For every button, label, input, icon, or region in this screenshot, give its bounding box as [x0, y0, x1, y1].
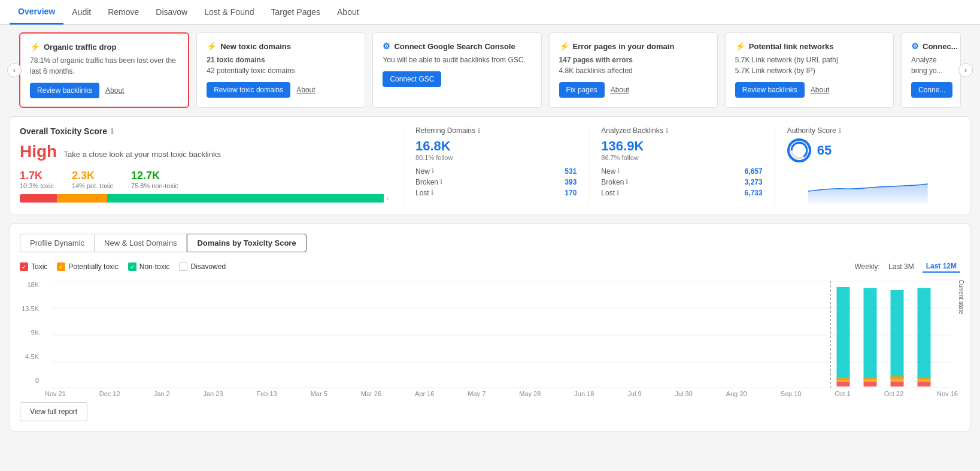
about-link-4[interactable]: About — [611, 86, 629, 94]
card-actions-2: Review toxic domains About — [207, 82, 355, 98]
metric-row-rd-broken: Broken ℹ 393 — [415, 178, 577, 186]
nav-item-disavow[interactable]: Disavow — [147, 0, 196, 25]
connect-extra-button[interactable]: Conne... — [911, 82, 952, 98]
review-backlinks-button[interactable]: Review backlinks — [30, 83, 99, 98]
last-3m-btn[interactable]: Last 3M — [885, 261, 918, 272]
card-body-5: 5.7K Link network (by URL path) 5.7K Lin… — [735, 55, 884, 76]
legend-disavowed[interactable]: Disavowed — [179, 262, 226, 271]
checkbox-disavowed[interactable] — [179, 262, 187, 271]
metric-sub-rd: 80.1% follow — [415, 154, 577, 161]
card-body-2: 21 toxic domains 42 potentially toxic do… — [207, 55, 355, 76]
metrics-right: Referring Domains ℹ 16.8K 80.1% follow N… — [403, 126, 960, 205]
x-label-9: May 28 — [519, 390, 541, 397]
metric-row-ab-broken: Broken ℹ 3,273 — [601, 178, 762, 186]
card-actions-6: Conne... — [911, 82, 951, 98]
alert-icon-4: ⚡ — [559, 41, 569, 51]
card-title-3: ⚙ Connect Google Search Console — [383, 41, 531, 51]
card-title-6: ⚙ Connec... — [911, 41, 951, 51]
card-body-3: You will be able to audit backlinks from… — [383, 55, 531, 65]
metric-authority-score: Authority Score ℹ 65 — [775, 126, 960, 205]
metric-title-as: Authority Score ℹ — [787, 126, 948, 135]
nav-item-target-pages[interactable]: Target Pages — [263, 0, 329, 25]
checkbox-toxic[interactable]: ✓ — [20, 262, 28, 271]
y-label-45k: 4.5K — [20, 353, 39, 360]
tab-profile-dynamic[interactable]: Profile Dynamic — [20, 234, 95, 252]
review-backlinks-button-5[interactable]: Review backlinks — [735, 82, 805, 98]
card-organic-traffic: ⚡ Organic traffic drop 78.1% of organic … — [19, 32, 189, 108]
x-label-6: Mar 26 — [361, 390, 381, 397]
x-axis: Nov 21 Dec 12 Jan 2 Jan 23 Feb 13 Mar 5 … — [43, 390, 960, 397]
card-title: ⚡ Organic traffic drop — [30, 42, 178, 52]
current-state-label: Current state — [958, 280, 965, 315]
x-label-13: Aug 20 — [726, 390, 747, 397]
legend-toxic[interactable]: ✓ Toxic — [20, 262, 47, 271]
metric-row-ab-new: New ℹ 6,657 — [601, 167, 762, 176]
tabs-section: Profile Dynamic New & Lost Domains Domai… — [10, 224, 970, 431]
info-icon-ab-broken[interactable]: ℹ — [626, 178, 628, 186]
info-icon-as[interactable]: ℹ — [839, 127, 841, 135]
info-icon-toxicity[interactable]: ℹ — [111, 127, 114, 135]
nav-item-audit[interactable]: Audit — [63, 0, 99, 25]
checkbox-non-toxic[interactable]: ✓ — [128, 262, 136, 271]
about-link-2[interactable]: About — [296, 86, 315, 94]
info-icon-ab[interactable]: ℹ — [666, 127, 668, 135]
metric-analyzed-backlinks: Analyzed Backlinks ℹ 136.9K 86.7% follow… — [589, 126, 775, 205]
settings-icon-6: ⚙ — [911, 41, 919, 51]
card-body: 78.1% of organic traffic has been lost o… — [30, 55, 178, 77]
info-icon-rd[interactable]: ℹ — [478, 127, 480, 135]
metric-main-ab: 136.9K — [601, 138, 762, 154]
info-icon-rd-new[interactable]: ℹ — [432, 167, 434, 176]
about-link-5[interactable]: About — [811, 86, 829, 94]
authority-circle-svg — [790, 138, 809, 162]
card-body-6: Analyze bring yo... — [911, 55, 951, 76]
info-icon-ab-new[interactable]: ℹ — [617, 167, 620, 176]
card-title-5: ⚡ Potential link networks — [735, 41, 884, 51]
chart-wrapper: 18K 13.5K 9K 4.5K 0 — [20, 281, 960, 397]
y-label-135k: 13.5K — [20, 305, 39, 312]
main-nav: Overview Audit Remove Disavow Lost & Fou… — [0, 0, 980, 25]
info-icon-rd-broken[interactable]: ℹ — [440, 178, 442, 186]
bar-red-oct22 — [837, 382, 850, 387]
legend-non-toxic[interactable]: ✓ Non-toxic — [128, 262, 170, 271]
info-icon-ab-lost[interactable]: ℹ — [617, 189, 619, 197]
bar-arrow: › — [384, 194, 391, 203]
info-icon-rd-lost[interactable]: ℹ — [431, 189, 433, 197]
connect-gsc-button[interactable]: Connect GSC — [383, 71, 441, 87]
metric-title-ab: Analyzed Backlinks ℹ — [601, 126, 762, 135]
cards-nav-right[interactable]: › — [958, 63, 973, 77]
toxicity-bar: › — [20, 194, 391, 203]
card-new-toxic-domains: ⚡ New toxic domains 21 toxic domains 42 … — [196, 32, 365, 108]
card-actions-4: Fix pages About — [559, 82, 708, 98]
tab-new-lost-domains[interactable]: New & Lost Domains — [95, 234, 187, 252]
card-connect-extra: ⚙ Connec... Analyze bring yo... Conne... — [901, 32, 961, 108]
bar-orange-nov16 — [918, 377, 931, 382]
tab-domains-toxicity[interactable]: Domains by Toxicity Score — [187, 234, 306, 252]
bar-orange-oct29 — [864, 377, 877, 382]
chart-area: Nov 21 Dec 12 Jan 2 Jan 23 Feb 13 Mar 5 … — [43, 281, 960, 397]
authority-sparkline — [787, 167, 948, 203]
bar-red — [20, 194, 57, 203]
review-toxic-domains-button[interactable]: Review toxic domains — [207, 82, 290, 98]
nav-item-overview[interactable]: Overview — [10, 0, 63, 25]
cards-container: ‹ ⚡ Organic traffic drop 78.1% of organi… — [10, 32, 970, 108]
bar-orange — [57, 194, 107, 203]
toxicity-left: Overall Toxicity Score ℹ High Take a clo… — [20, 126, 403, 205]
nav-item-lost-found[interactable]: Lost & Found — [196, 0, 262, 25]
nav-item-about[interactable]: About — [329, 0, 368, 25]
x-label-0: Nov 21 — [45, 390, 66, 397]
metric-row-rd-new: New ℹ 531 — [415, 167, 577, 176]
last-12m-btn[interactable]: Last 12M — [923, 261, 960, 273]
bar-red-nov5 — [891, 382, 904, 387]
x-label-1: Dec 12 — [99, 390, 120, 397]
legend-pot-toxic[interactable]: ✓ Potentially toxic — [57, 262, 118, 271]
authority-main: 65 — [787, 138, 948, 162]
view-full-report-button[interactable]: View full report — [20, 402, 87, 421]
cards-nav-left[interactable]: ‹ — [7, 63, 22, 77]
checkbox-pot-toxic[interactable]: ✓ — [57, 262, 65, 271]
toxicity-stats: 1.7K 10.3% toxic 2.3K 14% pot. toxic 12.… — [20, 170, 391, 189]
nav-item-remove[interactable]: Remove — [99, 0, 147, 25]
metric-title-rd: Referring Domains ℹ — [415, 126, 577, 135]
fix-pages-button[interactable]: Fix pages — [559, 82, 605, 98]
about-link-1[interactable]: About — [105, 86, 124, 95]
bar-green — [107, 194, 384, 203]
